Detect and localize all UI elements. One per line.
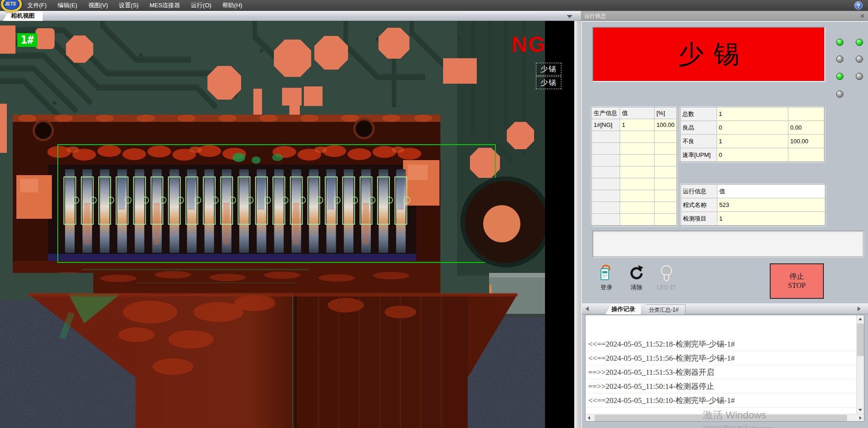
log-entry[interactable]: ==>>2024-05-05_11:51:53-检测器开启 bbox=[585, 365, 856, 379]
indicator-light bbox=[836, 39, 843, 46]
indicator-light bbox=[856, 39, 863, 46]
log-horizontal-scrollbar[interactable] bbox=[585, 414, 864, 421]
column-header: 运行信息 bbox=[681, 185, 717, 198]
log-tab-strip: 操作记录 分类汇总-1# bbox=[582, 303, 868, 314]
led-light-button[interactable]: LED 灯 bbox=[654, 264, 679, 296]
menu-mes-connector[interactable]: MES连接器 bbox=[144, 0, 186, 11]
production-table: 生产信息 值 [%] 1#[NG] 1 100.00 bbox=[591, 107, 677, 226]
table-cell bbox=[592, 143, 620, 155]
chevron-down-icon[interactable] bbox=[567, 15, 572, 18]
pcb-camera-image bbox=[0, 21, 545, 428]
table-cell bbox=[592, 155, 620, 166]
run-status-panel: 运行状态 × 少锡 生产信息 值 [%] 1#[NG] 1 100.00 总数 … bbox=[581, 11, 868, 428]
scrollbar-thumb[interactable] bbox=[857, 323, 864, 356]
app-window: 文件(F) 编辑(E) 视图(V) 设置(S) MES连接器 运行(O) 帮助(… bbox=[0, 0, 868, 428]
table-cell bbox=[620, 214, 655, 226]
table-cell: 0.00 bbox=[788, 121, 824, 135]
table-cell bbox=[620, 166, 655, 178]
defect-banner: 少锡 bbox=[592, 27, 825, 82]
tab-camera-view[interactable]: 相机视图 bbox=[3, 11, 43, 21]
menu-settings[interactable]: 设置(S) bbox=[113, 0, 144, 11]
stop-label-cn: 停止 bbox=[790, 272, 804, 281]
help-icon[interactable]: ? bbox=[854, 1, 863, 10]
menu-view[interactable]: 视图(V) bbox=[83, 0, 113, 11]
log-entry[interactable]: <<==2024-05-05_11:51:56-检测完毕-少锡-1# bbox=[585, 351, 856, 365]
log-vertical-scrollbar[interactable] bbox=[856, 315, 864, 414]
table-cell bbox=[592, 214, 620, 226]
table-cell: 1 bbox=[717, 107, 788, 121]
tab-scroll-left-icon[interactable] bbox=[585, 307, 589, 311]
row-label: 程式名称 bbox=[681, 198, 717, 212]
indicator-light bbox=[856, 73, 863, 80]
table-cell bbox=[592, 131, 620, 143]
scroll-up-icon[interactable] bbox=[857, 315, 864, 323]
table-cell bbox=[620, 143, 655, 155]
clear-button[interactable]: 清除 bbox=[624, 264, 649, 296]
table-cell bbox=[655, 190, 677, 202]
panel-title: 运行状态 bbox=[584, 13, 606, 19]
log-entry[interactable]: <<==2024-05-05_11:50:10-检测完毕-少锡-1# bbox=[585, 393, 856, 408]
menu-help[interactable]: 帮助(H) bbox=[217, 0, 248, 11]
table-cell bbox=[592, 190, 620, 202]
indicator-light bbox=[836, 55, 843, 63]
panel-splitter[interactable] bbox=[574, 21, 581, 428]
scroll-right-icon[interactable] bbox=[857, 414, 864, 422]
stop-label-en: STOP bbox=[788, 281, 806, 290]
clear-label: 清除 bbox=[624, 283, 649, 292]
stop-button[interactable]: 停止 STOP bbox=[770, 263, 824, 299]
table-cell bbox=[620, 202, 655, 214]
table-cell: 0 bbox=[717, 148, 788, 162]
panel-title-bar: 运行状态 × bbox=[581, 11, 868, 21]
id-badge-icon bbox=[598, 264, 615, 282]
table-cell: 1 bbox=[717, 135, 788, 148]
table-cell bbox=[788, 148, 824, 162]
table-cell bbox=[592, 166, 620, 178]
menu-edit[interactable]: 编辑(E) bbox=[52, 0, 83, 11]
tab-scroll-right-icon[interactable] bbox=[858, 307, 861, 311]
close-icon[interactable]: × bbox=[860, 11, 864, 21]
inspection-result-text: NG bbox=[511, 32, 546, 57]
camera-id-badge: 1# bbox=[17, 33, 37, 47]
scroll-down-icon[interactable] bbox=[857, 406, 864, 414]
scrollbar-thumb[interactable] bbox=[595, 415, 847, 421]
row-label: 总数 bbox=[681, 107, 717, 121]
light-bulb-icon bbox=[658, 264, 675, 282]
panel-body: 少锡 生产信息 值 [%] 1#[NG] 1 100.00 总数 1 良品 0 … bbox=[581, 21, 868, 428]
row-label: 良品 bbox=[681, 121, 717, 135]
login-label: 登录 bbox=[594, 283, 619, 292]
watermark-line2: 转到“设置”以激活 Windows。 bbox=[703, 424, 780, 428]
table-cell: 100.00 bbox=[655, 119, 677, 131]
defect-banner-text: 少锡 bbox=[668, 37, 749, 72]
tab-classification-summary[interactable]: 分类汇总-1# bbox=[642, 304, 686, 314]
table-cell bbox=[620, 131, 655, 143]
table-cell: 0 bbox=[717, 121, 788, 135]
table-cell: 523 bbox=[717, 198, 825, 212]
operation-log: <<==2024-05-05_11:52:18-检测完毕-少锡-1#<<==20… bbox=[585, 315, 864, 422]
table-cell: 1 bbox=[717, 212, 825, 226]
table-cell: 100.00 bbox=[788, 135, 824, 148]
menu-run[interactable]: 运行(O) bbox=[186, 0, 217, 11]
scroll-left-icon[interactable] bbox=[585, 414, 593, 422]
table-cell bbox=[655, 155, 677, 166]
log-entry[interactable]: ==>>2024-05-05_11:50:14-检测器停止 bbox=[585, 379, 856, 393]
table-cell bbox=[655, 143, 677, 155]
table-cell bbox=[620, 178, 655, 190]
camera-view: 1# NG 少锡 少锡 bbox=[0, 21, 574, 428]
tab-operation-log[interactable]: 操作记录 bbox=[606, 304, 641, 314]
led-label: LED 灯 bbox=[654, 283, 679, 292]
table-cell bbox=[655, 178, 677, 190]
login-button[interactable]: 登录 bbox=[594, 264, 619, 296]
table-cell bbox=[620, 190, 655, 202]
column-header: 值 bbox=[620, 107, 655, 119]
menu-bar: 文件(F) 编辑(E) 视图(V) 设置(S) MES连接器 运行(O) 帮助(… bbox=[0, 0, 868, 11]
table-cell bbox=[788, 107, 824, 121]
row-label: 不良 bbox=[681, 135, 717, 148]
totals-table: 总数 1 良品 0 0.00 不良 1 100.00 速率[UPM] 0 bbox=[680, 107, 825, 162]
row-label: 检测项目 bbox=[681, 212, 717, 226]
refresh-icon bbox=[628, 264, 645, 282]
table-cell bbox=[592, 202, 620, 214]
table-cell bbox=[655, 166, 677, 178]
table-cell: 1 bbox=[620, 119, 655, 131]
log-entry[interactable]: <<==2024-05-05_11:52:18-检测完毕-少锡-1# bbox=[585, 337, 856, 351]
menu-file[interactable]: 文件(F) bbox=[22, 0, 52, 11]
